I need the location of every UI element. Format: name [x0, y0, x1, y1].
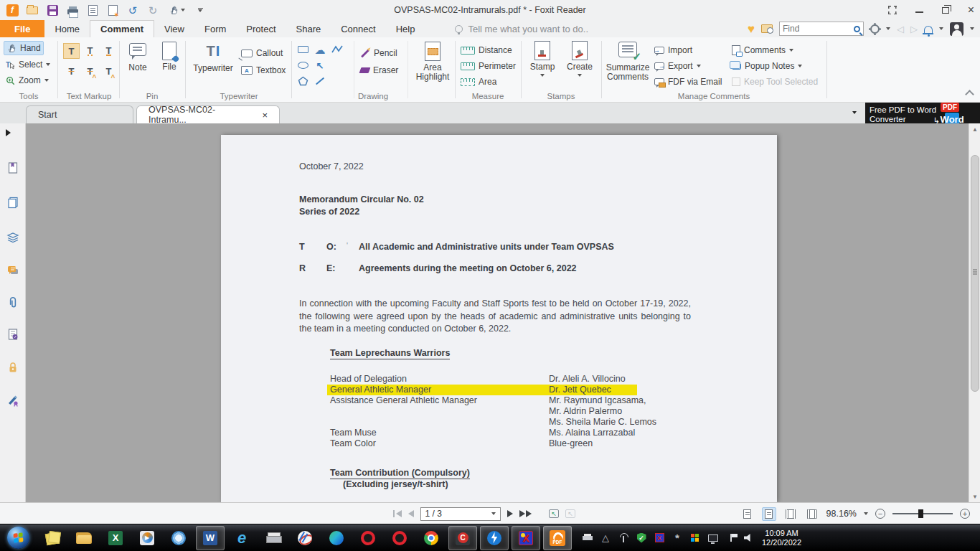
restore-button[interactable]	[942, 7, 949, 14]
taskbar-excel[interactable]: X	[101, 526, 130, 550]
last-page-button[interactable]	[519, 510, 532, 517]
user-avatar[interactable]	[950, 22, 963, 36]
page-number-box[interactable]: 1 / 3	[420, 507, 501, 521]
tray-volume-icon[interactable]	[743, 532, 755, 544]
gear-icon[interactable]	[870, 24, 880, 34]
highlight-text-button[interactable]: T	[63, 43, 80, 59]
taskbar-media-player[interactable]: ▶	[133, 526, 161, 550]
collapse-ribbon-button[interactable]	[965, 90, 974, 99]
forward-arrow-icon[interactable]: ▷	[910, 24, 918, 34]
vertical-scrollbar[interactable]: ▲ ▼	[969, 123, 980, 502]
tab-connect[interactable]: Connect	[331, 20, 385, 37]
tab-document[interactable]: OVPSAS-MC02-Intramu... ×	[136, 105, 280, 123]
tray-printer-icon[interactable]	[582, 532, 593, 544]
polygon-tool-button[interactable]	[296, 75, 310, 88]
taskbar-snipping-tool[interactable]	[291, 526, 319, 550]
tell-me-box[interactable]: Tell me what you want to do..	[455, 20, 588, 37]
fdf-via-email-button[interactable]: FDF via Email	[654, 75, 722, 89]
tray-red-x-app-icon[interactable]: X	[654, 532, 665, 544]
search-icon[interactable]	[854, 26, 860, 32]
pages-panel-button[interactable]	[6, 195, 20, 209]
create-pdf-button[interactable]	[105, 3, 120, 17]
taskbar-clock[interactable]: 10:09 AM 12/20/2022	[762, 529, 801, 547]
continuous-view-button[interactable]	[762, 507, 776, 521]
popup-notes-button[interactable]: Popup Notes	[732, 59, 802, 73]
squiggly-underline-button[interactable]: T	[82, 43, 98, 59]
oval-tool-button[interactable]	[296, 59, 310, 72]
tray-network-icon[interactable]	[707, 532, 719, 544]
taskbar-sticky-notes[interactable]	[38, 526, 67, 550]
tray-action-center-flag-icon[interactable]	[725, 532, 737, 544]
sign-panel-button[interactable]	[6, 393, 20, 408]
textbox-button[interactable]: A Textbox	[241, 63, 286, 77]
rectangle-tool-button[interactable]	[296, 43, 310, 56]
tray-security-shield-icon[interactable]: ✓	[636, 532, 647, 544]
area-highlight-button[interactable]: Area Highlight	[412, 42, 453, 82]
strikeout-text-button[interactable]: T	[63, 63, 80, 79]
create-stamp-button[interactable]: Create	[562, 41, 597, 77]
search-folder-icon[interactable]	[761, 24, 773, 33]
close-tab-icon[interactable]: ×	[262, 110, 268, 121]
scroll-down-icon[interactable]: ▼	[969, 491, 980, 502]
scroll-up-icon[interactable]: ▲	[969, 123, 980, 135]
back-arrow-icon[interactable]: ◁	[897, 24, 904, 34]
tab-file[interactable]: File	[0, 20, 44, 37]
zoom-in-button[interactable]: +	[960, 509, 970, 519]
note-button[interactable]: Note	[123, 43, 152, 72]
comments-panel-side-button[interactable]	[6, 264, 20, 278]
close-button[interactable]: ×	[968, 5, 974, 15]
chevron-down-icon[interactable]	[939, 27, 943, 30]
tab-form[interactable]: Form	[194, 20, 236, 37]
cloud-tool-button[interactable]: ☁	[313, 43, 327, 56]
tab-comment[interactable]: Comment	[90, 20, 154, 37]
tab-view[interactable]: View	[154, 20, 194, 37]
next-view-button[interactable]: ↖	[565, 509, 575, 518]
continuous-facing-view-button[interactable]	[805, 507, 819, 521]
email-button[interactable]	[85, 3, 100, 17]
print-button[interactable]	[65, 3, 80, 17]
tray-splat-icon[interactable]: *	[672, 532, 683, 544]
pdf-page[interactable]: October 7, 2022 Memorandum Circular No. …	[221, 135, 777, 502]
chevron-down-icon[interactable]	[886, 27, 890, 30]
taskbar-foxit-reader[interactable]: PDF	[543, 526, 572, 550]
taskbar-opera-2[interactable]	[385, 526, 414, 550]
zoom-out-button[interactable]: −	[875, 509, 885, 519]
hand-tool-button[interactable]: Hand	[4, 41, 44, 55]
scrollbar-thumb[interactable]	[971, 155, 979, 392]
taskbar-ccleaner[interactable]: C	[448, 526, 477, 550]
taskbar-edge[interactable]	[322, 526, 351, 550]
attachments-panel-button[interactable]	[6, 296, 20, 310]
tab-help[interactable]: Help	[386, 20, 425, 37]
redo-button[interactable]: ↻	[146, 3, 160, 17]
taskbar-chromium[interactable]	[164, 526, 193, 550]
area-button[interactable]: Area	[461, 75, 496, 89]
notifications-bell-icon[interactable]	[924, 26, 933, 33]
taskbar-word[interactable]: W	[196, 526, 225, 550]
like-icon[interactable]: ♥	[748, 23, 755, 35]
open-button[interactable]	[25, 3, 39, 17]
underline-text-button[interactable]: T	[100, 43, 117, 59]
comments-panel-button[interactable]: Comments	[732, 43, 793, 57]
taskbar-fax-printer[interactable]	[259, 526, 288, 550]
zoom-tool-button[interactable]: Zoom	[6, 73, 49, 88]
perimeter-button[interactable]: Perimeter	[461, 59, 516, 73]
customize-qat-button[interactable]	[193, 3, 207, 17]
zoom-dropdown-icon[interactable]	[864, 512, 868, 515]
zoom-slider[interactable]	[892, 513, 953, 514]
expand-panel-icon[interactable]	[6, 129, 11, 136]
select-tool-button[interactable]: T Select	[6, 57, 50, 72]
previous-page-button[interactable]	[408, 510, 414, 517]
layers-panel-button[interactable]	[6, 230, 20, 244]
tab-start[interactable]: Start	[26, 105, 133, 123]
zoom-slider-handle[interactable]	[918, 509, 923, 518]
minimize-button[interactable]	[915, 11, 923, 13]
import-comments-button[interactable]: Import	[654, 43, 692, 57]
chevron-down-icon[interactable]	[970, 27, 974, 30]
single-page-view-button[interactable]	[740, 507, 755, 521]
find-input[interactable]	[783, 24, 851, 34]
callout-button[interactable]: Callout	[241, 46, 283, 60]
replace-text-button[interactable]: T	[82, 63, 98, 79]
tab-home[interactable]: Home	[44, 20, 90, 37]
distance-button[interactable]: Distance	[461, 43, 512, 57]
previous-view-button[interactable]: ↖	[549, 509, 559, 518]
